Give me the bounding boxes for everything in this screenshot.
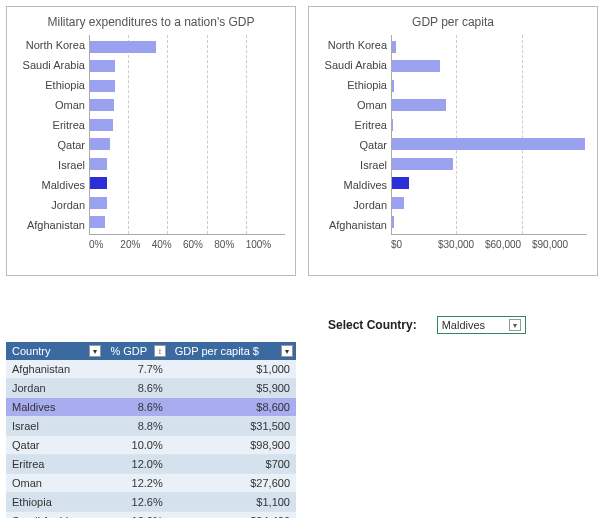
bar	[392, 138, 585, 150]
cell-gdp: $27,600	[169, 474, 296, 493]
category-label: Israel	[319, 156, 387, 174]
data-table: Country▾ % GDP↕ GDP per capita $▾ Afghan…	[6, 342, 296, 518]
bar	[90, 138, 110, 150]
table-header-row: Country▾ % GDP↕ GDP per capita $▾	[6, 342, 296, 360]
table-body: Afghanistan7.7%$1,000Jordan8.6%$5,900Mal…	[6, 360, 296, 518]
cell-gdp: $5,900	[169, 379, 296, 398]
col-country[interactable]: Country▾	[6, 342, 104, 360]
category-label: Oman	[319, 96, 387, 114]
chart-bars	[90, 35, 285, 234]
category-label: Oman	[17, 96, 85, 114]
cell-country: Jordan	[6, 379, 104, 398]
category-label: Ethiopia	[17, 76, 85, 94]
chart-title: GDP per capita	[319, 15, 587, 29]
table-row[interactable]: Afghanistan7.7%$1,000	[6, 360, 296, 379]
category-label: Eritrea	[319, 116, 387, 134]
category-label: North Korea	[319, 36, 387, 54]
cell-gdp: $31,500	[169, 417, 296, 436]
cell-country: Ethiopia	[6, 493, 104, 512]
bar	[90, 60, 115, 72]
y-axis-labels: North KoreaSaudi ArabiaEthiopiaOmanEritr…	[17, 35, 89, 235]
bar	[392, 197, 404, 209]
sort-icon[interactable]: ↕	[154, 345, 166, 357]
category-label: Eritrea	[17, 116, 85, 134]
category-label: Jordan	[17, 196, 85, 214]
country-selector: Select Country: Maldives ▾	[328, 316, 598, 334]
chart-military-gdp: Military expenditures to a nation's GDP …	[6, 6, 296, 276]
bar	[90, 119, 113, 131]
select-country-label: Select Country:	[328, 318, 417, 332]
bar	[90, 216, 105, 228]
category-label: North Korea	[17, 36, 85, 54]
country-dropdown[interactable]: Maldives ▾	[437, 316, 526, 334]
cell-gdp: $1,100	[169, 493, 296, 512]
category-label: Maldives	[17, 176, 85, 194]
cell-pct: 8.6%	[104, 398, 168, 417]
col-gdp-capita[interactable]: GDP per capita $▾	[169, 342, 296, 360]
table-row[interactable]: Israel8.8%$31,500	[6, 417, 296, 436]
table-row[interactable]: Maldives8.6%$8,600	[6, 398, 296, 417]
bar	[90, 80, 115, 92]
bar	[392, 99, 446, 111]
bar	[90, 177, 107, 189]
chart-bars	[392, 35, 587, 234]
cell-country: Afghanistan	[6, 360, 104, 379]
filter-icon[interactable]: ▾	[89, 345, 101, 357]
chart-gdp-per-capita: GDP per capita North KoreaSaudi ArabiaEt…	[308, 6, 598, 276]
table-row[interactable]: Oman12.2%$27,600	[6, 474, 296, 493]
x-tick: 100%	[246, 239, 285, 250]
y-axis-labels: North KoreaSaudi ArabiaEthiopiaOmanEritr…	[319, 35, 391, 235]
cell-pct: 10.0%	[104, 436, 168, 455]
cell-country: Oman	[6, 474, 104, 493]
bar	[90, 197, 107, 209]
table-row[interactable]: Eritrea12.0%$700	[6, 455, 296, 474]
category-label: Saudi Arabia	[17, 56, 85, 74]
cell-gdp: $24,400	[169, 512, 296, 519]
category-label: Israel	[17, 156, 85, 174]
filter-icon[interactable]: ▾	[281, 345, 293, 357]
table-row[interactable]: Ethiopia12.6%$1,100	[6, 493, 296, 512]
bar	[392, 41, 396, 53]
x-tick: $90,000	[532, 239, 587, 250]
col-pct-gdp[interactable]: % GDP↕	[104, 342, 168, 360]
cell-country: Israel	[6, 417, 104, 436]
category-label: Qatar	[319, 136, 387, 154]
cell-country: Maldives	[6, 398, 104, 417]
category-label: Jordan	[319, 196, 387, 214]
category-label: Saudi Arabia	[319, 56, 387, 74]
cell-pct: 7.7%	[104, 360, 168, 379]
bar	[392, 158, 453, 170]
dropdown-value: Maldives	[442, 319, 485, 331]
bar	[90, 41, 156, 53]
bar	[392, 119, 393, 131]
x-axis-labels: 0%20%40%60%80%100%	[93, 239, 285, 250]
cell-gdp: $700	[169, 455, 296, 474]
category-label: Ethiopia	[319, 76, 387, 94]
cell-pct: 12.2%	[104, 474, 168, 493]
category-label: Afghanistan	[17, 216, 85, 234]
bar	[392, 216, 394, 228]
bar	[90, 158, 107, 170]
bar	[90, 99, 114, 111]
bar	[392, 177, 409, 189]
cell-pct: 13.0%	[104, 512, 168, 519]
x-axis-labels: $0$30,000$60,000$90,000	[395, 239, 587, 250]
cell-gdp: $8,600	[169, 398, 296, 417]
cell-pct: 12.0%	[104, 455, 168, 474]
cell-pct: 8.6%	[104, 379, 168, 398]
chart-title: Military expenditures to a nation's GDP	[17, 15, 285, 29]
cell-pct: 12.6%	[104, 493, 168, 512]
bar	[392, 80, 394, 92]
category-label: Afghanistan	[319, 216, 387, 234]
table-row[interactable]: Jordan8.6%$5,900	[6, 379, 296, 398]
cell-country: Saudi Arabia	[6, 512, 104, 519]
cell-gdp: $98,900	[169, 436, 296, 455]
category-label: Qatar	[17, 136, 85, 154]
cell-country: Eritrea	[6, 455, 104, 474]
category-label: Maldives	[319, 176, 387, 194]
bar	[392, 60, 440, 72]
cell-gdp: $1,000	[169, 360, 296, 379]
cell-country: Qatar	[6, 436, 104, 455]
table-row[interactable]: Qatar10.0%$98,900	[6, 436, 296, 455]
table-row[interactable]: Saudi Arabia13.0%$24,400	[6, 512, 296, 519]
